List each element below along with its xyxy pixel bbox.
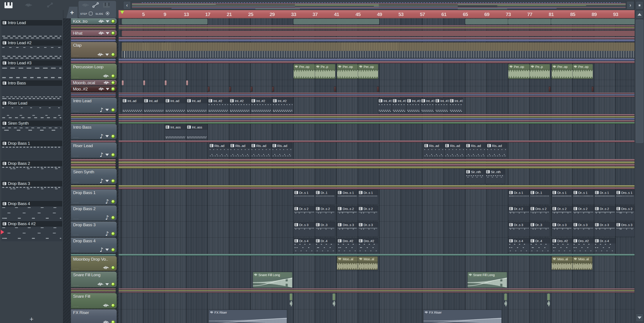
track-header-drop-bass-1[interactable]: Drop Bass 1...♪ [71,189,117,205]
mini-track-stub[interactable] [71,25,116,26]
clip[interactable]: Dr..s 4 [508,238,530,253]
clip[interactable]: Dro..#2 [337,238,358,253]
clip[interactable]: Ris..ad [444,143,465,158]
track-header-drop-bass-4[interactable]: Drop Bass 4...♪ [71,238,117,253]
track-lane-hihat[interactable] [118,30,634,37]
clip[interactable]: Per..op [508,64,530,79]
scroll-down-button[interactable] [636,314,643,322]
mini-track-stub[interactable] [71,118,116,120]
clip[interactable]: Int..#3 [406,98,420,113]
mini-track-clip[interactable] [118,161,634,164]
clip[interactable]: Dro..#2 [358,238,378,253]
clip[interactable]: Per..op [573,64,593,79]
mute-led[interactable] [111,200,115,204]
chevron-down-icon[interactable] [106,20,109,22]
pattern-item-header[interactable]: Intro Lead #2 [1,40,62,45]
track-lane-intro-lead[interactable]: Int..adInt..adInt..adInt..adInt..#2Int..… [118,98,634,114]
mute-led[interactable] [111,87,115,91]
clip[interactable]: Int..#2 [272,98,294,113]
mute-led[interactable] [111,19,115,23]
mini-track-clip[interactable] [118,290,634,291]
clip[interactable]: Int..#3 [392,98,406,113]
mini-track-clip[interactable] [118,93,634,94]
clip[interactable] [290,294,292,308]
track-options-dots[interactable]: ... [74,321,79,323]
mini-track-clip[interactable] [118,288,634,290]
track-options-dots[interactable]: ... [74,232,79,236]
clip[interactable]: Int..ad [143,98,164,113]
chevron-down-icon[interactable] [105,154,109,156]
mini-track-clip[interactable] [118,122,634,124]
mini-track-stub[interactable] [71,93,116,94]
chevron-down-icon[interactable] [105,249,109,251]
clip[interactable]: Int..ass [165,124,186,139]
clip[interactable]: Dr..s 3 [358,222,378,237]
mini-track-stub[interactable] [71,116,116,118]
clip[interactable]: Dr..s 3 [508,222,530,237]
playback-start-marker-icon[interactable] [120,10,124,14]
clip[interactable]: Int..#2 [229,98,250,113]
clip[interactable] [208,87,210,92]
clip[interactable]: Dr..s 2 [508,206,530,221]
clip[interactable]: FX Riser [209,310,287,323]
clip[interactable]: Dro..#2 [573,238,594,253]
scrollbar-thumb[interactable] [636,20,643,143]
clip[interactable]: Dr..3 [315,222,335,237]
clip[interactable] [122,80,124,85]
track-lane-moonboy-drop-vo-[interactable]: Moo..alMoo..alMoo..alMoo..al [118,256,634,272]
mini-track-stub[interactable] [71,122,116,124]
mini-track-clip[interactable] [118,187,634,189]
picker-tab-audio[interactable] [24,1,34,9]
track-options-dots[interactable]: ... [74,248,79,252]
clip[interactable]: Int..ad [122,98,143,113]
pattern-item-header[interactable]: Drop Bass 4 #2 [1,221,62,227]
mini-track-stub[interactable] [71,114,116,116]
track-header-drop-bass-3[interactable]: Drop Bass 3...♪ [71,222,117,237]
mute-led[interactable] [111,108,115,112]
mute-led[interactable] [111,232,115,236]
mini-track-stub[interactable] [71,185,116,187]
timeline-ruler[interactable]: 5913172125293337414549535761656973778185… [118,10,634,18]
clip[interactable] [549,87,550,92]
pattern-item-header[interactable]: Drop Bass 3 [1,181,62,186]
clip[interactable]: Dr..s 1 [294,190,315,204]
clip[interactable]: Per..op [358,64,378,79]
clip[interactable]: Ris..ad [272,143,292,158]
track-lane-drop-bass-1[interactable]: Dr..s 1Dr..1Dro..s 1Dr..s 1Dr..s 1Dr..1D… [118,189,634,206]
clip[interactable]: Dro..s 2 [337,206,358,221]
clip[interactable]: Int..#3 [449,98,463,113]
mute-led[interactable] [111,179,115,183]
mini-track-clip[interactable] [118,59,634,61]
slide-toggle[interactable] [106,11,109,15]
clip[interactable]: Dr..s 2 [358,206,378,221]
mute-led[interactable] [111,81,115,85]
clip[interactable] [548,294,550,308]
mini-track-stub[interactable] [71,120,116,122]
mini-track-stub[interactable] [71,159,116,161]
clip[interactable]: Dro..s 1 [616,190,634,204]
pattern-preview[interactable] [1,206,62,221]
mini-track-clip[interactable] [118,140,634,142]
pattern-item-header[interactable]: Riser Lead [1,100,62,106]
clip[interactable]: Dr..s 2 [294,206,315,221]
clip[interactable]: Dr..s 1 [358,190,378,204]
mute-led[interactable] [111,320,115,323]
clip[interactable] [251,87,252,92]
clip[interactable]: Dr..s 4 [294,238,315,253]
arrangement-minimap[interactable] [132,1,626,9]
add-pattern-button[interactable]: + [26,316,37,323]
mute-led[interactable] [111,216,115,220]
mini-track-clip[interactable] [118,39,634,41]
pattern-preview[interactable] [1,227,62,241]
track-header-kick-tro[interactable]: Kick..tro [71,18,117,24]
clip[interactable]: Pe..p [530,64,550,79]
chevron-down-icon[interactable] [105,54,109,56]
mini-track-stub[interactable] [71,96,116,97]
track-header-intro-lead[interactable]: Intro Lead...♪ [71,98,117,113]
pattern-preview[interactable] [1,25,62,40]
clip[interactable] [377,87,379,92]
mini-track-stub[interactable] [71,164,116,166]
track-lane-siren-synth[interactable]: Sir..nthSir..nth [118,169,634,185]
clip[interactable] [122,19,208,24]
pattern-item-header[interactable]: Drop Bass 4 [1,201,62,206]
